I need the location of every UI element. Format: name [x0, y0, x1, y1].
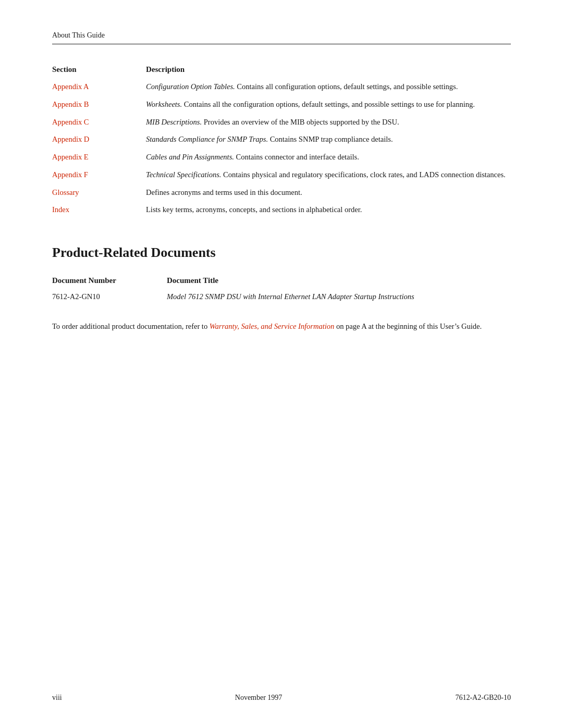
section-col-header: Section	[52, 65, 146, 78]
description-col-header: Description	[146, 65, 511, 78]
header-title: About This Guide	[52, 31, 105, 40]
page-footer: viii November 1997 7612-A2-GB20-10	[52, 694, 511, 702]
description-cell: Technical Specifications. Contains physi…	[146, 166, 511, 184]
description-cell: Defines acronyms and terms used in this …	[146, 184, 511, 202]
section-cell[interactable]: Glossary	[52, 184, 146, 202]
page: About This Guide Section Description App…	[0, 0, 563, 728]
doc-table: Document Number Document Title 7612-A2-G…	[52, 276, 511, 305]
table-row: Appendix CMIB Descriptions. Provides an …	[52, 114, 511, 131]
table-row: IndexLists key terms, acronyms, concepts…	[52, 201, 511, 219]
table-row: Appendix FTechnical Specifications. Cont…	[52, 166, 511, 184]
doc-title-cell: Model 7612 SNMP DSU with Internal Ethern…	[167, 289, 511, 305]
product-related-documents: Product-Related Documents Document Numbe…	[52, 245, 511, 332]
table-row: 7612-A2-GN10Model 7612 SNMP DSU with Int…	[52, 289, 511, 305]
warranty-link[interactable]: Warranty, Sales, and Service Information	[210, 322, 335, 330]
section-cell[interactable]: Appendix B	[52, 96, 146, 114]
product-heading: Product-Related Documents	[52, 245, 511, 261]
description-cell: Cables and Pin Assignments. Contains con…	[146, 149, 511, 166]
order-text-before: To order additional product documentatio…	[52, 322, 210, 330]
doc-number-header: Document Number	[52, 276, 167, 289]
description-cell: MIB Descriptions. Provides an overview o…	[146, 114, 511, 131]
description-cell: Configuration Option Tables. Contains al…	[146, 78, 511, 96]
table-row: GlossaryDefines acronyms and terms used …	[52, 184, 511, 202]
footer-left: viii	[52, 694, 62, 702]
section-cell[interactable]: Appendix D	[52, 131, 146, 149]
description-cell: Lists key terms, acronyms, concepts, and…	[146, 201, 511, 219]
table-row: Appendix ECables and Pin Assignments. Co…	[52, 149, 511, 166]
section-cell[interactable]: Appendix E	[52, 149, 146, 166]
footer-center: November 1997	[235, 694, 283, 702]
table-row: Appendix DStandards Compliance for SNMP …	[52, 131, 511, 149]
section-table: Section Description Appendix AConfigurat…	[52, 65, 511, 219]
section-cell[interactable]: Appendix A	[52, 78, 146, 96]
section-cell[interactable]: Appendix F	[52, 166, 146, 184]
section-cell[interactable]: Appendix C	[52, 114, 146, 131]
section-cell[interactable]: Index	[52, 201, 146, 219]
description-cell: Worksheets. Contains all the configurati…	[146, 96, 511, 114]
doc-title-header: Document Title	[167, 276, 511, 289]
order-text-after: on page A at the beginning of this User’…	[334, 322, 482, 330]
page-header: About This Guide	[52, 31, 511, 44]
order-paragraph: To order additional product documentatio…	[52, 320, 511, 332]
footer-right: 7612-A2-GB20-10	[455, 694, 511, 702]
table-row: Appendix AConfiguration Option Tables. C…	[52, 78, 511, 96]
description-cell: Standards Compliance for SNMP Traps. Con…	[146, 131, 511, 149]
table-row: Appendix BWorksheets. Contains all the c…	[52, 96, 511, 114]
doc-number-cell: 7612-A2-GN10	[52, 289, 167, 305]
